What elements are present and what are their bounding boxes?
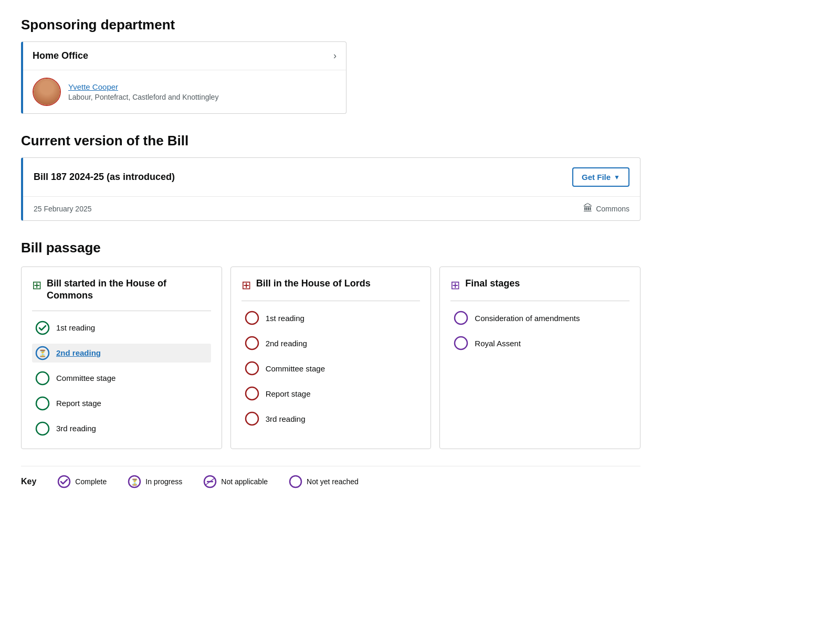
passage-card-commons: ⊞ Bill started in the House of Commons 1… bbox=[21, 267, 222, 449]
bill-version-card: Bill 187 2024-25 (as introduced) Get Fil… bbox=[21, 157, 640, 221]
svg-point-18 bbox=[290, 476, 301, 487]
bill-version-header: Bill 187 2024-25 (as introduced) Get Fil… bbox=[23, 158, 640, 197]
svg-point-12 bbox=[455, 337, 467, 349]
key-not-applicable-icon bbox=[203, 475, 217, 488]
svg-point-6 bbox=[246, 312, 258, 324]
not-reached-commons-committee-icon bbox=[35, 371, 50, 386]
passage-card-lords: ⊞ Bill in the House of Lords 1st reading… bbox=[230, 267, 432, 449]
not-reached-commons-3rd-icon bbox=[35, 421, 50, 436]
svg-point-0 bbox=[36, 322, 49, 334]
passage-card-final: ⊞ Final stages Consideration of amendmen… bbox=[439, 267, 640, 449]
lords-card-title: Bill in the House of Lords bbox=[256, 278, 371, 290]
in-progress-icon: ⏳ bbox=[35, 346, 50, 360]
lords-stage-list: 1st reading 2nd reading Committee stage … bbox=[242, 308, 421, 428]
svg-point-9 bbox=[246, 387, 258, 400]
lords-stage-report: Report stage bbox=[242, 384, 421, 403]
person-name-link[interactable]: Yvette Cooper bbox=[68, 82, 218, 91]
commons-stage-2nd-reading[interactable]: ⏳ 2nd reading bbox=[32, 344, 211, 363]
commons-report-label: Report stage bbox=[56, 399, 101, 408]
lords-1st-not-reached-icon bbox=[245, 311, 259, 325]
svg-point-5 bbox=[36, 422, 49, 435]
passage-grid: ⊞ Bill started in the House of Commons 1… bbox=[21, 267, 640, 449]
lords-stage-3rd-reading: 3rd reading bbox=[242, 409, 421, 428]
final-stage-amendments: Consideration of amendments bbox=[450, 308, 629, 327]
commons-badge-icon: 🏛 bbox=[583, 203, 593, 214]
commons-stage-list: 1st reading ⏳ 2nd reading Committee stag… bbox=[32, 318, 211, 438]
key-complete-icon bbox=[57, 475, 71, 488]
commons-2nd-reading-label[interactable]: 2nd reading bbox=[56, 348, 101, 357]
svg-text:⏳: ⏳ bbox=[131, 478, 139, 486]
avatar-image bbox=[34, 79, 60, 105]
commons-divider bbox=[32, 311, 211, 311]
svg-point-7 bbox=[246, 337, 258, 349]
key-row: Key Complete ⏳ In progress Not applicabl… bbox=[21, 466, 640, 497]
key-in-progress-icon: ⏳ bbox=[128, 475, 141, 488]
final-royal-assent-not-reached-icon bbox=[454, 336, 468, 350]
final-stage-royal-assent: Royal Assent bbox=[450, 334, 629, 353]
lords-report-not-reached-icon bbox=[245, 386, 259, 401]
dept-card: Home Office › Yvette Cooper Labour, Pont… bbox=[21, 41, 346, 114]
avatar bbox=[33, 78, 61, 106]
key-not-applicable: Not applicable bbox=[203, 475, 268, 488]
commons-badge: 🏛 Commons bbox=[583, 203, 629, 214]
final-parliament-icon: ⊞ bbox=[450, 279, 460, 292]
key-not-applicable-label: Not applicable bbox=[221, 477, 268, 486]
lords-2nd-reading-label: 2nd reading bbox=[266, 339, 307, 348]
dept-header[interactable]: Home Office › bbox=[23, 42, 346, 70]
final-card-header: ⊞ Final stages bbox=[450, 278, 629, 292]
lords-divider bbox=[242, 301, 421, 301]
key-complete-label: Complete bbox=[75, 477, 107, 486]
final-stage-list: Consideration of amendments Royal Assent bbox=[450, 308, 629, 353]
svg-point-3 bbox=[36, 372, 49, 385]
commons-parliament-icon: ⊞ bbox=[32, 279, 41, 292]
bill-date: 25 February 2025 bbox=[34, 205, 92, 213]
lords-parliament-icon: ⊞ bbox=[242, 279, 251, 292]
commons-stage-committee: Committee stage bbox=[32, 369, 211, 388]
commons-3rd-reading-label: 3rd reading bbox=[56, 424, 96, 433]
final-amendments-label: Consideration of amendments bbox=[475, 314, 580, 323]
svg-point-13 bbox=[58, 476, 70, 487]
dept-person: Yvette Cooper Labour, Pontefract, Castle… bbox=[23, 70, 346, 113]
commons-stage-3rd-reading: 3rd reading bbox=[32, 419, 211, 438]
current-version-title: Current version of the Bill bbox=[21, 133, 640, 149]
bill-version-name: Bill 187 2024-25 (as introduced) bbox=[34, 172, 175, 183]
key-not-yet-reached-label: Not yet reached bbox=[307, 477, 359, 486]
svg-point-11 bbox=[455, 312, 467, 324]
complete-icon bbox=[35, 321, 50, 335]
key-in-progress: ⏳ In progress bbox=[128, 475, 182, 488]
commons-badge-label: Commons bbox=[596, 205, 629, 213]
lords-committee-label: Committee stage bbox=[266, 364, 325, 373]
commons-card-title: Bill started in the House of Commons bbox=[47, 278, 211, 302]
key-not-yet-reached: Not yet reached bbox=[289, 475, 359, 488]
lords-stage-1st-reading: 1st reading bbox=[242, 308, 421, 327]
key-not-yet-reached-icon bbox=[289, 475, 302, 488]
svg-point-8 bbox=[246, 362, 258, 375]
final-card-title: Final stages bbox=[465, 278, 520, 290]
commons-1st-reading-label: 1st reading bbox=[56, 323, 95, 332]
key-in-progress-label: In progress bbox=[145, 477, 182, 486]
lords-stage-committee: Committee stage bbox=[242, 359, 421, 378]
commons-card-header: ⊞ Bill started in the House of Commons bbox=[32, 278, 211, 302]
get-file-label: Get File bbox=[582, 173, 611, 182]
not-reached-commons-report-icon bbox=[35, 396, 50, 411]
dropdown-arrow-icon: ▼ bbox=[614, 174, 620, 181]
get-file-button[interactable]: Get File ▼ bbox=[572, 167, 629, 187]
person-info: Yvette Cooper Labour, Pontefract, Castle… bbox=[68, 82, 218, 101]
lords-report-label: Report stage bbox=[266, 389, 311, 398]
commons-committee-label: Committee stage bbox=[56, 374, 116, 382]
chevron-right-icon: › bbox=[333, 50, 337, 61]
lords-3rd-not-reached-icon bbox=[245, 411, 259, 426]
svg-point-10 bbox=[246, 412, 258, 425]
lords-card-header: ⊞ Bill in the House of Lords bbox=[242, 278, 421, 292]
dept-name: Home Office bbox=[33, 50, 88, 61]
svg-text:⏳: ⏳ bbox=[38, 349, 47, 358]
lords-stage-2nd-reading: 2nd reading bbox=[242, 334, 421, 353]
final-amendments-not-reached-icon bbox=[454, 311, 468, 325]
bill-version-footer: 25 February 2025 🏛 Commons bbox=[23, 197, 640, 220]
bill-passage-title: Bill passage bbox=[21, 240, 640, 256]
svg-point-4 bbox=[36, 397, 49, 410]
lords-committee-not-reached-icon bbox=[245, 361, 259, 376]
commons-stage-1st-reading: 1st reading bbox=[32, 318, 211, 337]
lords-3rd-reading-label: 3rd reading bbox=[266, 414, 306, 423]
commons-stage-report: Report stage bbox=[32, 394, 211, 413]
